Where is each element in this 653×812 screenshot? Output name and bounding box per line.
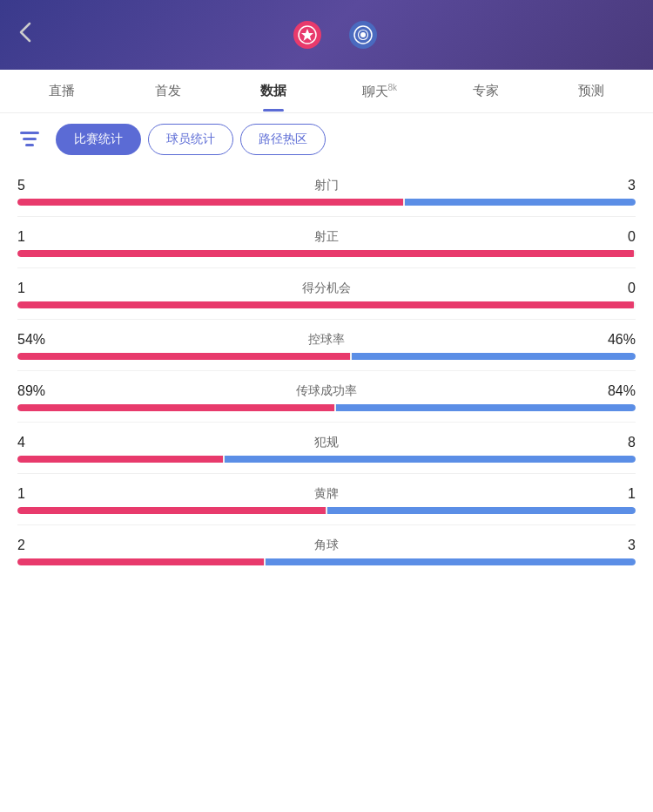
svg-point-2 — [360, 32, 366, 37]
stat-tab-player[interactable]: 球员统计 — [148, 124, 233, 155]
stat-bar — [17, 353, 636, 360]
bar-left — [17, 456, 223, 463]
away-team-logo — [349, 21, 377, 49]
stat-left-value: 5 — [17, 178, 61, 193]
bar-right — [405, 199, 636, 206]
bar-left — [17, 507, 326, 514]
filter-icon[interactable] — [14, 124, 45, 155]
stat-bar — [17, 507, 636, 514]
stat-row: 89% 传球成功率 84% — [17, 371, 636, 423]
stat-row: 4 犯规 8 — [17, 423, 636, 474]
stat-left-value: 89% — [17, 383, 61, 399]
tab-data[interactable]: 数据 — [220, 71, 326, 112]
stat-left-value: 1 — [17, 281, 61, 296]
stat-subheader: 比赛统计 球员统计 路径热区 — [0, 113, 653, 166]
stat-right-value: 84% — [592, 383, 636, 399]
stat-right-value: 3 — [592, 538, 636, 553]
stat-left-value: 4 — [17, 435, 61, 450]
stat-right-value: 0 — [592, 281, 636, 296]
tab-chat[interactable]: 聊天8k — [326, 71, 433, 112]
stat-row: 5 射门 3 — [17, 166, 636, 217]
stat-bar — [17, 199, 636, 206]
tab-lineup[interactable]: 首发 — [115, 71, 221, 112]
tab-expert[interactable]: 专家 — [433, 71, 539, 112]
stat-left-value: 1 — [17, 486, 61, 502]
stat-row: 1 射正 0 — [17, 217, 636, 268]
stat-label: 黄牌 — [314, 486, 339, 502]
stat-row: 1 黄牌 1 — [17, 474, 636, 525]
bar-left — [17, 301, 634, 308]
home-team-logo — [293, 21, 321, 49]
bar-right — [336, 404, 636, 411]
stat-right-value: 8 — [592, 435, 636, 450]
bar-left — [17, 199, 403, 206]
nav-tabs: 直播 首发 数据 聊天8k 专家 预测 — [0, 70, 653, 113]
stat-label: 角球 — [314, 538, 339, 553]
stat-bar — [17, 456, 636, 463]
bar-left — [17, 250, 634, 257]
stat-right-value: 1 — [592, 486, 636, 502]
stat-label: 射门 — [314, 178, 339, 193]
tab-live[interactable]: 直播 — [9, 71, 115, 112]
stat-right-value: 0 — [592, 229, 636, 245]
match-info — [285, 21, 386, 49]
back-button[interactable] — [17, 20, 35, 50]
stat-right-value: 46% — [592, 332, 636, 348]
stat-bar — [17, 250, 636, 257]
bar-right — [266, 558, 636, 565]
stat-bar — [17, 558, 636, 565]
match-header — [0, 0, 653, 70]
stat-bar — [17, 301, 636, 308]
stat-row: 54% 控球率 46% — [17, 320, 636, 371]
stat-right-value: 3 — [592, 178, 636, 193]
stat-tabs: 比赛统计 球员统计 路径热区 — [56, 124, 326, 155]
svg-rect-3 — [20, 132, 39, 134]
stat-label: 犯规 — [314, 435, 339, 450]
svg-rect-4 — [23, 138, 37, 140]
stat-left-value: 54% — [17, 332, 61, 348]
bar-left — [17, 404, 334, 411]
bar-right — [225, 456, 636, 463]
stat-row: 1 得分机会 0 — [17, 268, 636, 320]
tab-predict[interactable]: 预测 — [538, 71, 644, 112]
stat-label: 控球率 — [308, 332, 345, 348]
stat-left-value: 1 — [17, 229, 61, 245]
stat-label: 得分机会 — [302, 281, 351, 296]
stat-bar — [17, 404, 636, 411]
bar-right — [352, 353, 636, 360]
stat-left-value: 2 — [17, 538, 61, 553]
stat-tab-match[interactable]: 比赛统计 — [56, 124, 141, 155]
chat-badge: 8k — [388, 83, 398, 92]
stat-row: 2 角球 3 — [17, 525, 636, 576]
stat-label: 射正 — [314, 229, 339, 245]
bar-left — [17, 558, 264, 565]
bar-right — [327, 507, 636, 514]
bar-left — [17, 353, 350, 360]
svg-rect-5 — [25, 144, 34, 146]
stat-label: 传球成功率 — [296, 383, 357, 399]
stats-content: 5 射门 3 1 射正 0 1 得分机会 0 54% 控球 — [0, 166, 653, 810]
stat-tab-heatmap[interactable]: 路径热区 — [240, 124, 326, 155]
